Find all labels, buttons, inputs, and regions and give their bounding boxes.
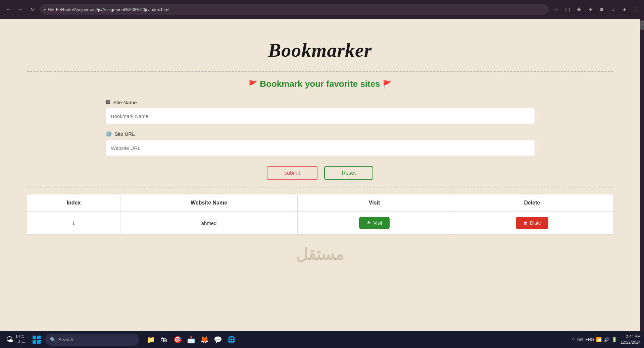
browser-actions: ☆ ▢ ❖ ✦ ■ ↓ ● ⋮: [551, 5, 641, 14]
tray-clock[interactable]: 2:44 AM 12/22/2024: [621, 334, 641, 345]
taskbar-tray: ^ ⌨ ENG 📶 🔊 🔋 2:44 AM 12/22/2024: [572, 334, 641, 345]
weather-widget: 🌤 14°C ضباب: [3, 333, 28, 346]
bottom-divider: [27, 187, 613, 187]
taskbar-app-chrome[interactable]: 🌐: [225, 334, 237, 346]
taskbar-app-whatsapp[interactable]: 💬: [212, 334, 224, 346]
delete-button[interactable]: 🗑 Dlate: [516, 217, 548, 229]
win-sq-2: [37, 336, 41, 339]
clock-time: 2:44 AM: [621, 334, 641, 340]
pinwheel-icon[interactable]: ✦: [586, 5, 595, 14]
trash-icon: 🗑: [523, 220, 528, 226]
download-icon[interactable]: ↓: [608, 5, 618, 14]
star-icon[interactable]: ☆: [551, 5, 561, 14]
taskbar-search-text: Search: [58, 337, 73, 342]
visit-button[interactable]: 👁 Visit: [359, 217, 389, 229]
site-url-label: ⚙️ Site URL: [105, 131, 535, 137]
site-name-group: 🖼 Site Name: [105, 99, 535, 124]
taskbar-app-store[interactable]: 🛍: [158, 334, 170, 346]
tray-icons: ^ ⌨ ENG 📶 🔊 🔋: [572, 337, 617, 342]
wifi-icon[interactable]: 📶: [596, 337, 602, 342]
taskbar-app-firefox[interactable]: 🦊: [198, 334, 210, 346]
win-sq-1: [33, 336, 36, 339]
cell-visit: 👁 Visit: [298, 212, 451, 235]
windows-logo: [33, 336, 41, 344]
top-divider: [27, 71, 613, 72]
watermark: مستقل: [27, 245, 613, 264]
bookmarks-table: Index Website Name Visit Delete 1 ahmed …: [27, 194, 613, 235]
url-text: E:/Route/Assignment/js/Assignment%203%20…: [56, 7, 169, 12]
table-header-row: Index Website Name Visit Delete: [27, 194, 613, 212]
address-bar[interactable]: ● File E:/Route/Assignment/js/Assignment…: [40, 4, 549, 15]
win-sq-4: [37, 340, 41, 344]
start-button[interactable]: [31, 334, 43, 346]
screenshot-icon[interactable]: ▢: [563, 5, 572, 14]
form-buttons: submit Reset: [105, 166, 535, 180]
weather-info: 14°C ضباب: [15, 334, 25, 345]
col-visit: Visit: [298, 194, 451, 212]
forward-button[interactable]: →: [15, 5, 25, 14]
tray-keyboard-icon: ⌨: [577, 337, 583, 342]
eye-icon: 👁: [366, 220, 371, 226]
table-row: 1 ahmed 👁 Visit 🗑 Dlate: [27, 212, 613, 235]
site-url-group: ⚙️ Site URL: [105, 131, 535, 156]
volume-icon[interactable]: 🔊: [604, 337, 609, 342]
reset-button[interactable]: Reset: [324, 166, 373, 180]
flag-right-icon: 🚩: [383, 80, 392, 89]
image-icon: 🖼: [105, 99, 111, 105]
weather-icon: 🌤: [6, 335, 13, 344]
site-name-input[interactable]: [105, 108, 535, 124]
cell-index: 1: [27, 212, 120, 235]
weather-city: ضباب: [15, 340, 25, 345]
taskbar-pinned-apps: 📁 🛍 🎯 📩 🦊 💬 🌐: [145, 334, 237, 346]
page-content: Bookmarker 🚩 Bookmark your favorite site…: [0, 19, 640, 331]
submit-button[interactable]: submit: [267, 166, 317, 180]
app-title-container: Bookmarker: [27, 39, 613, 61]
temperature: 14°C: [15, 334, 25, 340]
battery-icon: 🔋: [611, 337, 617, 342]
taskbar-app-pinwheel[interactable]: 🎯: [171, 334, 184, 346]
taskbar: 🌤 14°C ضباب 🔍 Search 📁 🛍 🎯 📩 🦊 💬 🌐 ^: [0, 331, 644, 348]
col-website-name: Website Name: [120, 194, 298, 212]
taskbar-app-folders[interactable]: 📁: [145, 334, 157, 346]
extension-icon[interactable]: ❖: [574, 5, 584, 14]
back-button[interactable]: ←: [3, 5, 13, 14]
section-heading: 🚩 Bookmark your favorite sites 🚩: [27, 79, 613, 89]
col-delete: Delete: [451, 194, 613, 212]
app-title: Bookmarker: [268, 39, 372, 61]
tray-chevron-icon[interactable]: ^: [572, 337, 575, 342]
flag-left-icon: 🚩: [248, 80, 257, 89]
reload-button[interactable]: ↻: [28, 5, 37, 14]
browser-chrome: ← → ↻ ● File E:/Route/Assignment/js/Assi…: [0, 0, 644, 19]
gear-icon: ⚙️: [105, 131, 112, 137]
win-sq-3: [33, 340, 36, 344]
taskbar-app-mail[interactable]: 📩: [185, 334, 197, 346]
cell-name: ahmed: [120, 212, 298, 235]
lock-icon: ●: [44, 7, 46, 11]
form-section: 🖼 Site Name ⚙️ Site URL submit Reset: [105, 99, 535, 180]
col-index: Index: [27, 194, 120, 212]
clock-date: 12/22/2024: [621, 340, 641, 345]
language-indicator[interactable]: ENG: [585, 337, 594, 342]
cell-delete: 🗑 Dlate: [451, 212, 613, 235]
taskbar-search-icon: 🔍: [50, 337, 56, 342]
menu-icon[interactable]: ⋮: [631, 5, 641, 14]
site-url-input[interactable]: [105, 140, 535, 156]
taskbar-search[interactable]: 🔍 Search: [45, 334, 139, 346]
file-label: File: [48, 7, 54, 11]
site-name-label: 🖼 Site Name: [105, 99, 535, 105]
puzzle-icon[interactable]: ■: [597, 5, 606, 14]
profile-icon[interactable]: ●: [620, 5, 629, 14]
